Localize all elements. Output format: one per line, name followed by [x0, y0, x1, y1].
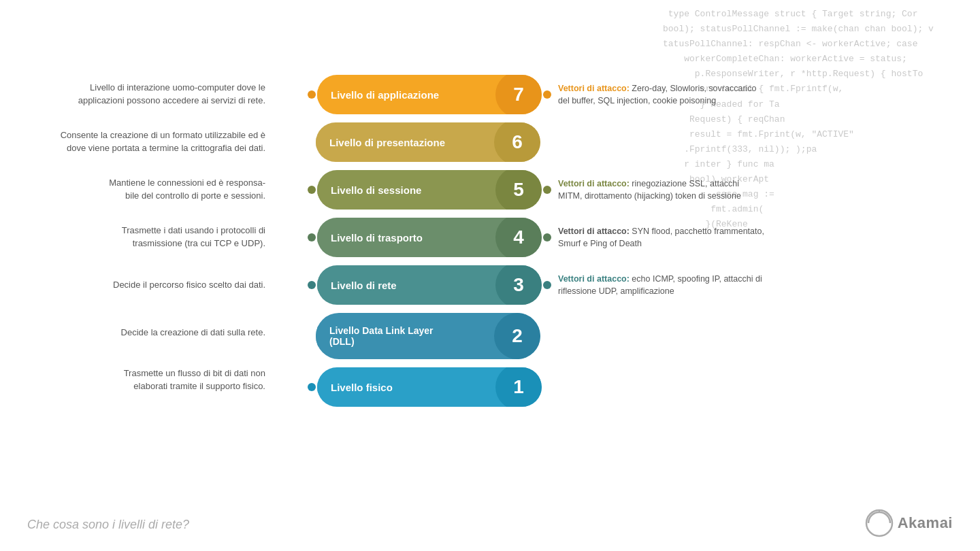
attack-layer-1	[544, 367, 864, 407]
akamai-logo-text: Akamai	[898, 514, 953, 532]
layer-label-1: Livello fisico	[317, 382, 499, 393]
layer-row-5: Livello di sessione 5	[306, 170, 553, 210]
desc-layer-3: Decide il percorso fisico scelto dai dat…	[0, 265, 286, 305]
layer-pill-5: Livello di sessione 5	[317, 170, 542, 210]
layer-number-1: 1	[495, 367, 542, 407]
layer-number-5: 5	[495, 170, 542, 210]
layers-section: Livello di applicazione 7 Livello di pre…	[306, 75, 553, 407]
layer-label-6: Livello di presentazione	[316, 137, 497, 148]
desc-layer-5: Mantiene le connessioni ed è responsa-bi…	[0, 170, 286, 210]
akamai-logo-icon	[865, 509, 894, 537]
desc-layer-7: Livello di interazione uomo-computer dov…	[0, 75, 286, 114]
layer-number-2: 2	[494, 313, 540, 359]
descriptions-section: Livello di interazione uomo-computer dov…	[0, 75, 286, 400]
bottom-title: Che cosa sono i livelli di rete?	[27, 518, 189, 532]
attack-layer-6	[544, 122, 864, 162]
layer-label-2: Livello Data Link Layer(DLL)	[316, 325, 497, 347]
desc-layer-2: Decide la creazione di dati sulla rete.	[0, 313, 286, 352]
layer-label-3: Livello di rete	[317, 280, 499, 291]
desc-layer-6: Consente la creazione di un formato util…	[0, 122, 286, 162]
layer-row-1: Livello fisico 1	[306, 367, 553, 407]
layer-number-4: 4	[495, 218, 542, 257]
desc-layer-1: Trasmette un flusso di bit di dati nonel…	[0, 361, 286, 400]
layer-pill-3: Livello di rete 3	[317, 265, 542, 305]
connector-left-7	[308, 90, 316, 99]
layer-pill-6: Livello di presentazione 6	[316, 122, 540, 162]
layer-number-7: 7	[495, 75, 542, 114]
layer-row-6: Livello di presentazione 6	[306, 122, 553, 162]
attacks-section: Vettori di attacco: Zero-day, Slowloris,…	[544, 75, 864, 407]
akamai-logo: Akamai	[865, 509, 953, 537]
layer-label-5: Livello di sessione	[317, 184, 499, 196]
connector-left-4	[308, 233, 316, 241]
layer-row-7: Livello di applicazione 7	[306, 75, 553, 114]
connector-left-3	[308, 281, 316, 289]
layer-pill-1: Livello fisico 1	[317, 367, 542, 407]
attack-layer-7: Vettori di attacco: Zero-day, Slowloris,…	[544, 75, 864, 114]
layer-number-3: 3	[495, 265, 542, 305]
attack-layer-5: Vettori di attacco: rinegoziazione SSL, …	[544, 170, 864, 210]
attack-layer-3: Vettori di attacco: echo ICMP, spoofing …	[544, 265, 864, 305]
connector-left-5	[308, 186, 316, 194]
svg-point-0	[866, 510, 892, 536]
layer-pill-7: Livello di applicazione 7	[317, 75, 542, 114]
layer-label-4: Livello di trasporto	[317, 232, 499, 244]
attack-layer-2	[544, 313, 864, 359]
desc-layer-4: Trasmette i dati usando i protocolli dit…	[0, 218, 286, 257]
layer-label-7: Livello di applicazione	[317, 89, 499, 101]
connector-left-1	[308, 383, 316, 391]
attack-layer-4: Vettori di attacco: SYN flood, pacchetto…	[544, 218, 864, 257]
layer-row-4: Livello di trasporto 4	[306, 218, 553, 257]
layer-number-6: 6	[494, 122, 540, 162]
layer-pill-4: Livello di trasporto 4	[317, 218, 542, 257]
layer-pill-2: Livello Data Link Layer(DLL) 2	[316, 313, 540, 359]
layer-row-2: Livello Data Link Layer(DLL) 2	[306, 313, 553, 359]
layer-row-3: Livello di rete 3	[306, 265, 553, 305]
